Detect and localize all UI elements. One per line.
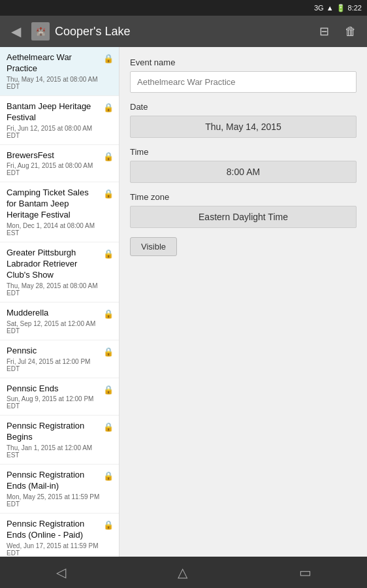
event-item-content: Bantam Jeep Heritage FestivalFri, Jun 12… [7, 101, 101, 139]
event-item-content: Camping Ticket Sales for Bantam Jeep Her… [7, 188, 101, 237]
event-item-date: Sun, Aug 9, 2015 at 12:00 PM EDT [7, 395, 101, 410]
lock-icon: 🔒 [103, 152, 114, 161]
timezone-value[interactable]: Eastern Daylight Time [130, 206, 357, 228]
event-item-title: Pennsic Ends [7, 384, 101, 395]
signal-icon: ▲ [327, 4, 334, 12]
status-bar: 3G ▲ 🔋 8:22 [0, 0, 367, 16]
date-label: Date [130, 102, 357, 112]
lock-icon: 🔒 [103, 520, 114, 530]
list-item[interactable]: Camping Ticket Sales for Bantam Jeep Her… [0, 182, 119, 242]
event-item-title: Greater Pittsburgh Labrador Retriever Cl… [7, 248, 101, 281]
list-item[interactable]: Aethelmearc War PracticeThu, May 14, 201… [0, 47, 119, 96]
date-value[interactable]: Thu, May 14, 2015 [130, 116, 357, 138]
time-value[interactable]: 8:00 AM [130, 161, 357, 183]
event-name-input[interactable] [130, 71, 357, 93]
event-item-date: Thu, Jan 1, 2015 at 12:00 AM EST [7, 444, 101, 459]
event-item-content: Pennsic EndsSun, Aug 9, 2015 at 12:00 PM… [7, 384, 101, 410]
event-item-content: Aethelmearc War PracticeThu, May 14, 201… [7, 52, 101, 90]
action-buttons: ⊟ 🗑 [314, 22, 362, 41]
event-item-date: Thu, May 14, 2015 at 08:00 AM EDT [7, 76, 101, 90]
lock-icon: 🔒 [103, 385, 114, 395]
list-item[interactable]: Pennsic Registration Ends (Online - Paid… [0, 514, 119, 557]
recent-nav-icon: ▭ [299, 564, 311, 580]
lock-icon: 🔒 [103, 309, 114, 319]
event-detail: Event name Date Thu, May 14, 2015 Time 8… [120, 47, 367, 557]
time-display: 8:22 [348, 4, 362, 12]
back-nav-icon: ◁ [56, 564, 66, 580]
event-item-content: Pennsic Registration BeginsThu, Jan 1, 2… [7, 421, 101, 459]
page-title: Cooper's Lake [55, 25, 309, 39]
event-name-label: Event name [130, 57, 357, 67]
app-icon: 🏰 [31, 22, 50, 41]
event-item-date: Sat, Sep 12, 2015 at 12:00 AM EDT [7, 320, 101, 335]
event-item-date: Thu, May 28, 2015 at 08:00 AM EDT [7, 282, 101, 297]
time-label: Time [130, 147, 357, 157]
event-item-content: Pennsic Registration Ends (Mail-in)Mon, … [7, 470, 101, 508]
event-item-title: Bantam Jeep Heritage Festival [7, 101, 101, 123]
recent-nav-button[interactable]: ▭ [286, 559, 325, 585]
lock-icon: 🔒 [103, 347, 114, 357]
network-indicator: 3G [314, 4, 324, 12]
event-item-date: Fri, Jul 24, 2015 at 12:00 PM EDT [7, 358, 101, 372]
menu-icon[interactable]: ⊟ [314, 22, 334, 41]
lock-icon: 🔒 [103, 422, 114, 432]
list-item[interactable]: Pennsic Registration Ends (Mail-in)Mon, … [0, 465, 119, 514]
event-item-date: Mon, May 25, 2015 at 11:59 PM EDT [7, 493, 101, 508]
home-nav-button[interactable]: △ [165, 559, 200, 585]
list-item[interactable]: MudderellaSat, Sep 12, 2015 at 12:00 AM … [0, 302, 119, 340]
event-item-title: BrewersFest [7, 150, 101, 161]
lock-icon: 🔒 [103, 471, 114, 481]
event-item-title: Aethelmearc War Practice [7, 52, 101, 74]
list-item[interactable]: Greater Pittsburgh Labrador Retriever Cl… [0, 242, 119, 302]
home-nav-icon: △ [178, 564, 187, 580]
bottom-nav: ◁ △ ▭ [0, 557, 367, 588]
battery-icon: 🔋 [336, 4, 345, 12]
event-item-content: PennsicFri, Jul 24, 2015 at 12:00 PM EDT [7, 346, 101, 372]
visible-button[interactable]: Visible [130, 237, 177, 256]
event-item-title: Mudderella [7, 308, 101, 319]
main-layout: Aethelmearc War PracticeThu, May 14, 201… [0, 47, 367, 557]
event-item-date: Fri, Aug 21, 2015 at 08:00 AM EDT [7, 162, 101, 176]
back-nav-button[interactable]: ◁ [43, 559, 79, 585]
event-item-content: MudderellaSat, Sep 12, 2015 at 12:00 AM … [7, 308, 101, 335]
lock-icon: 🔒 [103, 249, 114, 259]
event-item-title: Pennsic Registration Ends (Online - Paid… [7, 519, 101, 541]
action-bar: ◀ 🏰 Cooper's Lake ⊟ 🗑 [0, 16, 367, 47]
event-item-date: Mon, Dec 1, 2014 at 08:00 AM EST [7, 222, 101, 237]
list-item[interactable]: PennsicFri, Jul 24, 2015 at 12:00 PM EDT… [0, 340, 119, 378]
event-list: Aethelmearc War PracticeThu, May 14, 201… [0, 47, 120, 557]
event-item-content: BrewersFestFri, Aug 21, 2015 at 08:00 AM… [7, 150, 101, 177]
list-item[interactable]: BrewersFestFri, Aug 21, 2015 at 08:00 AM… [0, 145, 119, 183]
event-item-title: Pennsic [7, 346, 101, 357]
list-item[interactable]: Pennsic Registration BeginsThu, Jan 1, 2… [0, 416, 119, 465]
event-item-content: Pennsic Registration Ends (Online - Paid… [7, 519, 101, 557]
delete-icon[interactable]: 🗑 [340, 22, 362, 41]
event-item-content: Greater Pittsburgh Labrador Retriever Cl… [7, 248, 101, 297]
list-item[interactable]: Pennsic EndsSun, Aug 9, 2015 at 12:00 PM… [0, 378, 119, 416]
event-item-title: Camping Ticket Sales for Bantam Jeep Her… [7, 188, 101, 221]
list-item[interactable]: Bantam Jeep Heritage FestivalFri, Jun 12… [0, 96, 119, 145]
event-item-title: Pennsic Registration Ends (Mail-in) [7, 470, 101, 492]
lock-icon: 🔒 [103, 189, 114, 199]
back-icon: ◀ [11, 24, 21, 39]
lock-icon: 🔒 [103, 103, 114, 112]
timezone-label: Time zone [130, 192, 357, 202]
event-item-date: Wed, Jun 17, 2015 at 11:59 PM EDT [7, 542, 101, 557]
event-item-title: Pennsic Registration Begins [7, 421, 101, 443]
lock-icon: 🔒 [103, 54, 114, 63]
back-button[interactable]: ◀ [5, 21, 26, 42]
event-item-date: Fri, Jun 12, 2015 at 08:00 AM EDT [7, 125, 101, 139]
